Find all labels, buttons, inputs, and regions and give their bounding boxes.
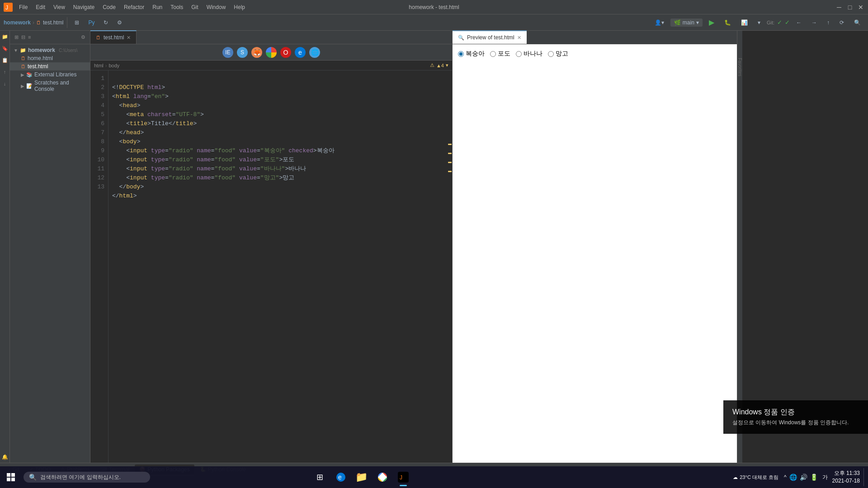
file-icon: 🗒 — [36, 20, 41, 25]
radio-label-peach[interactable]: 복숭아 — [458, 50, 485, 58]
browser-btn-safari[interactable]: S — [237, 47, 248, 58]
menu-navigate[interactable]: Navigate — [70, 2, 98, 12]
breadcrumb-html: html — [94, 63, 104, 68]
favorites-label[interactable]: Favorites — [737, 58, 742, 76]
warning-indicator[interactable]: ⚠ ▲4 ▾ — [430, 62, 448, 68]
window-title: homework - test.html — [409, 4, 459, 10]
taskbar-jetbrains[interactable]: J — [393, 467, 413, 487]
menu-file[interactable]: File — [15, 2, 31, 12]
refresh-btn[interactable]: ↻ — [100, 18, 112, 28]
separator-1 — [67, 17, 67, 28]
sidebar-toggle-btn[interactable]: ⊞ — [71, 18, 83, 28]
activity-bookmarks-icon[interactable]: 🔖 — [1, 44, 9, 52]
search-everywhere-btn[interactable]: 🔍 — [850, 18, 864, 28]
preview-content: 복숭아 포도 바나나 망고 — [453, 44, 737, 463]
menu-code[interactable]: Code — [99, 2, 119, 12]
browser-btn-opera[interactable]: O — [280, 47, 291, 58]
close-button[interactable]: ✕ — [857, 4, 864, 11]
tree-item-home-html[interactable]: 🗒 home.html — [10, 54, 90, 62]
network-icon[interactable]: 🌐 — [789, 474, 797, 481]
sidebar-icons: ⊞ ⊟ ≡ — [14, 33, 32, 41]
speaker-icon[interactable]: 🔊 — [800, 474, 807, 481]
activity-project-icon[interactable]: 📁 — [1, 33, 9, 41]
browser-btn-other[interactable]: 🌐 — [309, 47, 320, 58]
project-name[interactable]: homework — [4, 19, 31, 26]
run-button[interactable]: ▶ — [705, 16, 718, 28]
menu-refactor[interactable]: Refactor — [120, 2, 148, 12]
sidebar-header-left: ⊞ ⊟ ≡ — [14, 33, 32, 41]
tree-item-external-libs[interactable]: ▶ 📚 External Libraries — [10, 70, 90, 79]
radio-input-peach[interactable] — [458, 51, 464, 57]
git-forward-btn[interactable]: → — [808, 18, 821, 28]
settings-btn[interactable]: ⚙ — [113, 18, 126, 28]
python-btn[interactable]: Py — [85, 18, 98, 28]
language-indicator[interactable]: 가 — [820, 474, 830, 481]
debug-button[interactable]: 🐛 — [721, 18, 735, 28]
preview-tab-close[interactable]: ✕ — [517, 35, 521, 41]
tray-chevron[interactable]: ^ — [784, 474, 787, 480]
taskbar-chrome[interactable] — [373, 467, 392, 487]
menu-help[interactable]: Help — [230, 2, 249, 12]
hide-icon[interactable]: ≡ — [27, 33, 32, 41]
git-push-btn[interactable]: ↑ — [823, 18, 833, 28]
menu-run[interactable]: Run — [149, 2, 166, 12]
profile-btn[interactable]: 👤▾ — [651, 18, 668, 28]
taskbar-explorer[interactable]: 📁 — [352, 467, 372, 487]
start-button[interactable] — [2, 468, 20, 486]
show-desktop-btn[interactable] — [863, 468, 866, 486]
sidebar-settings-icon[interactable]: ⚙ — [80, 33, 86, 41]
taskbar-task-view[interactable]: ⊞ — [310, 467, 330, 487]
warning-chevron: ▾ — [446, 62, 448, 68]
maximize-button[interactable]: □ — [846, 4, 854, 11]
minimize-button[interactable]: ─ — [835, 4, 843, 11]
tree-item-homework[interactable]: ▼ 📁 homework C:\Users\ — [10, 46, 90, 54]
more-run-options[interactable]: ▾ — [754, 18, 764, 28]
menu-window[interactable]: Window — [203, 2, 230, 12]
tab-close-test[interactable]: ✕ — [127, 35, 131, 41]
tree-item-test-html[interactable]: 🗒 test.html — [10, 62, 90, 70]
taskbar-search[interactable]: 🔍 — [24, 472, 150, 483]
radio-label-banana[interactable]: 바나나 — [516, 50, 542, 58]
line-numbers: 12345 678910 111213 — [90, 70, 108, 463]
menu-edit[interactable]: Edit — [32, 2, 49, 12]
coverage-button[interactable]: 📊 — [737, 18, 751, 28]
activity-vcs-icon[interactable]: 📋 — [1, 56, 9, 64]
git-back-btn[interactable]: ← — [793, 18, 805, 28]
code-editor[interactable]: 12345 678910 111213 <!DOCTYPE html> <htm… — [90, 70, 452, 463]
code-content[interactable]: <!DOCTYPE html> <html lang="en"> <head> … — [108, 70, 452, 463]
tree-item-scratches[interactable]: ▶ 📝 Scratches and Console — [10, 79, 90, 93]
browser-btn-chrome[interactable] — [266, 47, 277, 58]
taskbar-edge[interactable]: e — [331, 467, 351, 487]
collapse-icon[interactable]: ⊟ — [20, 33, 26, 41]
radio-label-mango[interactable]: 망고 — [548, 50, 568, 58]
tree-label-home: home.html — [28, 55, 53, 61]
preview-tab-test[interactable]: 🔍 Preview of test.html ✕ — [453, 30, 527, 44]
right-sidebar: Favorites — [737, 31, 742, 463]
weather-icon: ☁ — [733, 474, 738, 480]
weather-info: ☁ 23°C 대체로 흐림 — [733, 474, 778, 481]
current-file-name[interactable]: test.html — [43, 19, 63, 26]
radio-input-grape[interactable] — [490, 51, 496, 57]
menu-view[interactable]: View — [50, 2, 69, 12]
activity-commit-icon[interactable]: ↑ — [1, 68, 9, 76]
tree-arrow-homework: ▼ — [14, 48, 18, 53]
expand-all-icon[interactable]: ⊞ — [14, 33, 19, 41]
git-branch-selector[interactable]: 🌿 main ▾ — [670, 19, 703, 27]
preview-tab-label: Preview of test.html — [467, 34, 514, 41]
radio-input-banana[interactable] — [516, 51, 522, 57]
toolbar: homework › 🗒 test.html ⊞ Py ↻ ⚙ 👤▾ 🌿 mai… — [0, 14, 868, 31]
browser-btn-firefox[interactable]: 🦊 — [251, 47, 262, 58]
browser-btn-edge[interactable]: e — [295, 47, 306, 58]
activity-pull-icon[interactable]: ↓ — [1, 80, 9, 88]
radio-input-mango[interactable] — [548, 51, 554, 57]
menu-tools[interactable]: Tools — [167, 2, 187, 12]
browser-btn-ie-custom[interactable]: IE — [222, 47, 233, 58]
radio-label-grape[interactable]: 포도 — [490, 50, 510, 58]
search-input[interactable] — [40, 474, 131, 480]
editor-tab-test-html[interactable]: 🗒 test.html ✕ — [90, 30, 137, 44]
menu-git[interactable]: Git — [188, 2, 202, 12]
system-clock[interactable]: 오후 11:33 2021-07-18 — [832, 469, 860, 485]
git-pull-btn[interactable]: ⟳ — [836, 18, 848, 28]
activity-notifications-icon[interactable]: 🔔 — [1, 453, 9, 461]
sidebar-extra-icons: ⚙ — [80, 33, 86, 41]
